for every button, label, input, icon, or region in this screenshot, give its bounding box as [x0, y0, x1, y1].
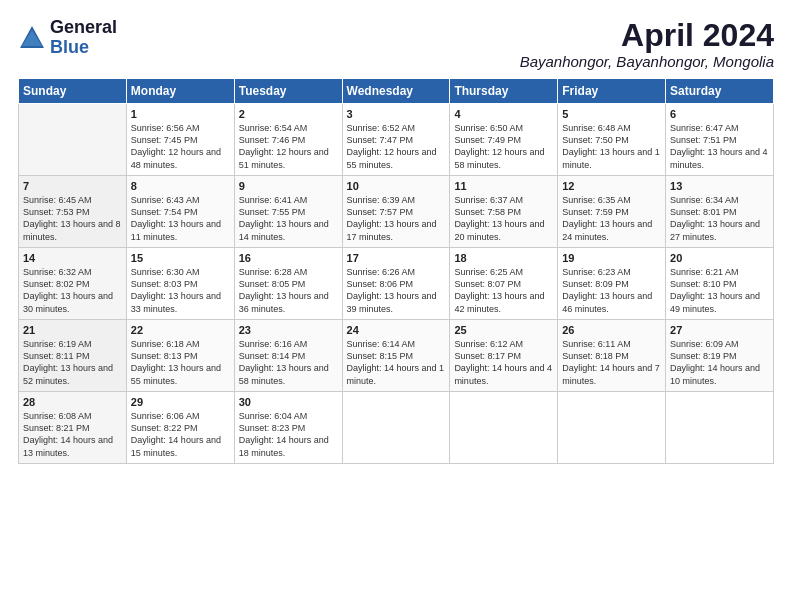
- day-number: 26: [562, 324, 661, 336]
- calendar-cell: 8Sunrise: 6:43 AM Sunset: 7:54 PM Daylig…: [126, 176, 234, 248]
- cell-content: Sunrise: 6:12 AM Sunset: 8:17 PM Dayligh…: [454, 338, 553, 387]
- cell-content: Sunrise: 6:56 AM Sunset: 7:45 PM Dayligh…: [131, 122, 230, 171]
- calendar-cell: 3Sunrise: 6:52 AM Sunset: 7:47 PM Daylig…: [342, 104, 450, 176]
- day-number: 20: [670, 252, 769, 264]
- cell-content: Sunrise: 6:52 AM Sunset: 7:47 PM Dayligh…: [347, 122, 446, 171]
- col-saturday: Saturday: [666, 79, 774, 104]
- col-tuesday: Tuesday: [234, 79, 342, 104]
- logo-icon: [18, 24, 46, 52]
- calendar-cell: 20Sunrise: 6:21 AM Sunset: 8:10 PM Dayli…: [666, 248, 774, 320]
- calendar-cell: 30Sunrise: 6:04 AM Sunset: 8:23 PM Dayli…: [234, 392, 342, 464]
- calendar-cell: 18Sunrise: 6:25 AM Sunset: 8:07 PM Dayli…: [450, 248, 558, 320]
- cell-content: Sunrise: 6:11 AM Sunset: 8:18 PM Dayligh…: [562, 338, 661, 387]
- day-number: 3: [347, 108, 446, 120]
- calendar-cell: 14Sunrise: 6:32 AM Sunset: 8:02 PM Dayli…: [19, 248, 127, 320]
- cell-content: Sunrise: 6:41 AM Sunset: 7:55 PM Dayligh…: [239, 194, 338, 243]
- calendar-cell: [19, 104, 127, 176]
- cell-content: Sunrise: 6:18 AM Sunset: 8:13 PM Dayligh…: [131, 338, 230, 387]
- day-number: 7: [23, 180, 122, 192]
- header: General Blue April 2024 Bayanhongor, Bay…: [18, 18, 774, 70]
- calendar-table: Sunday Monday Tuesday Wednesday Thursday…: [18, 78, 774, 464]
- calendar-cell: 28Sunrise: 6:08 AM Sunset: 8:21 PM Dayli…: [19, 392, 127, 464]
- day-number: 29: [131, 396, 230, 408]
- day-number: 21: [23, 324, 122, 336]
- calendar-cell: 29Sunrise: 6:06 AM Sunset: 8:22 PM Dayli…: [126, 392, 234, 464]
- day-number: 23: [239, 324, 338, 336]
- day-number: 14: [23, 252, 122, 264]
- calendar-cell: 2Sunrise: 6:54 AM Sunset: 7:46 PM Daylig…: [234, 104, 342, 176]
- week-row-3: 14Sunrise: 6:32 AM Sunset: 8:02 PM Dayli…: [19, 248, 774, 320]
- day-number: 19: [562, 252, 661, 264]
- calendar-cell: 4Sunrise: 6:50 AM Sunset: 7:49 PM Daylig…: [450, 104, 558, 176]
- day-number: 1: [131, 108, 230, 120]
- cell-content: Sunrise: 6:43 AM Sunset: 7:54 PM Dayligh…: [131, 194, 230, 243]
- cell-content: Sunrise: 6:21 AM Sunset: 8:10 PM Dayligh…: [670, 266, 769, 315]
- calendar-cell: 16Sunrise: 6:28 AM Sunset: 8:05 PM Dayli…: [234, 248, 342, 320]
- cell-content: Sunrise: 6:09 AM Sunset: 8:19 PM Dayligh…: [670, 338, 769, 387]
- calendar-cell: 21Sunrise: 6:19 AM Sunset: 8:11 PM Dayli…: [19, 320, 127, 392]
- cell-content: Sunrise: 6:26 AM Sunset: 8:06 PM Dayligh…: [347, 266, 446, 315]
- calendar-cell: [450, 392, 558, 464]
- page: General Blue April 2024 Bayanhongor, Bay…: [0, 0, 792, 612]
- col-thursday: Thursday: [450, 79, 558, 104]
- logo-general: General: [50, 18, 117, 38]
- calendar-cell: 1Sunrise: 6:56 AM Sunset: 7:45 PM Daylig…: [126, 104, 234, 176]
- logo: General Blue: [18, 18, 117, 58]
- col-wednesday: Wednesday: [342, 79, 450, 104]
- calendar-cell: 22Sunrise: 6:18 AM Sunset: 8:13 PM Dayli…: [126, 320, 234, 392]
- day-number: 13: [670, 180, 769, 192]
- cell-content: Sunrise: 6:06 AM Sunset: 8:22 PM Dayligh…: [131, 410, 230, 459]
- header-row: Sunday Monday Tuesday Wednesday Thursday…: [19, 79, 774, 104]
- cell-content: Sunrise: 6:45 AM Sunset: 7:53 PM Dayligh…: [23, 194, 122, 243]
- day-number: 28: [23, 396, 122, 408]
- calendar-cell: 7Sunrise: 6:45 AM Sunset: 7:53 PM Daylig…: [19, 176, 127, 248]
- calendar-cell: 27Sunrise: 6:09 AM Sunset: 8:19 PM Dayli…: [666, 320, 774, 392]
- day-number: 12: [562, 180, 661, 192]
- cell-content: Sunrise: 6:54 AM Sunset: 7:46 PM Dayligh…: [239, 122, 338, 171]
- day-number: 10: [347, 180, 446, 192]
- cell-content: Sunrise: 6:50 AM Sunset: 7:49 PM Dayligh…: [454, 122, 553, 171]
- week-row-5: 28Sunrise: 6:08 AM Sunset: 8:21 PM Dayli…: [19, 392, 774, 464]
- svg-marker-1: [22, 30, 42, 46]
- cell-content: Sunrise: 6:34 AM Sunset: 8:01 PM Dayligh…: [670, 194, 769, 243]
- calendar-cell: 5Sunrise: 6:48 AM Sunset: 7:50 PM Daylig…: [558, 104, 666, 176]
- calendar-cell: 24Sunrise: 6:14 AM Sunset: 8:15 PM Dayli…: [342, 320, 450, 392]
- cell-content: Sunrise: 6:16 AM Sunset: 8:14 PM Dayligh…: [239, 338, 338, 387]
- calendar-cell: 26Sunrise: 6:11 AM Sunset: 8:18 PM Dayli…: [558, 320, 666, 392]
- cell-content: Sunrise: 6:04 AM Sunset: 8:23 PM Dayligh…: [239, 410, 338, 459]
- week-row-4: 21Sunrise: 6:19 AM Sunset: 8:11 PM Dayli…: [19, 320, 774, 392]
- col-sunday: Sunday: [19, 79, 127, 104]
- cell-content: Sunrise: 6:19 AM Sunset: 8:11 PM Dayligh…: [23, 338, 122, 387]
- calendar-cell: [666, 392, 774, 464]
- calendar-cell: 6Sunrise: 6:47 AM Sunset: 7:51 PM Daylig…: [666, 104, 774, 176]
- logo-text: General Blue: [50, 18, 117, 58]
- day-number: 11: [454, 180, 553, 192]
- calendar-cell: 11Sunrise: 6:37 AM Sunset: 7:58 PM Dayli…: [450, 176, 558, 248]
- cell-content: Sunrise: 6:25 AM Sunset: 8:07 PM Dayligh…: [454, 266, 553, 315]
- cell-content: Sunrise: 6:08 AM Sunset: 8:21 PM Dayligh…: [23, 410, 122, 459]
- cell-content: Sunrise: 6:30 AM Sunset: 8:03 PM Dayligh…: [131, 266, 230, 315]
- col-monday: Monday: [126, 79, 234, 104]
- day-number: 8: [131, 180, 230, 192]
- month-title: April 2024: [520, 18, 774, 53]
- calendar-cell: 9Sunrise: 6:41 AM Sunset: 7:55 PM Daylig…: [234, 176, 342, 248]
- col-friday: Friday: [558, 79, 666, 104]
- cell-content: Sunrise: 6:28 AM Sunset: 8:05 PM Dayligh…: [239, 266, 338, 315]
- logo-blue: Blue: [50, 38, 117, 58]
- cell-content: Sunrise: 6:47 AM Sunset: 7:51 PM Dayligh…: [670, 122, 769, 171]
- day-number: 17: [347, 252, 446, 264]
- calendar-cell: 10Sunrise: 6:39 AM Sunset: 7:57 PM Dayli…: [342, 176, 450, 248]
- cell-content: Sunrise: 6:48 AM Sunset: 7:50 PM Dayligh…: [562, 122, 661, 171]
- day-number: 6: [670, 108, 769, 120]
- week-row-2: 7Sunrise: 6:45 AM Sunset: 7:53 PM Daylig…: [19, 176, 774, 248]
- day-number: 5: [562, 108, 661, 120]
- cell-content: Sunrise: 6:32 AM Sunset: 8:02 PM Dayligh…: [23, 266, 122, 315]
- day-number: 15: [131, 252, 230, 264]
- day-number: 9: [239, 180, 338, 192]
- day-number: 25: [454, 324, 553, 336]
- calendar-cell: 25Sunrise: 6:12 AM Sunset: 8:17 PM Dayli…: [450, 320, 558, 392]
- day-number: 22: [131, 324, 230, 336]
- day-number: 30: [239, 396, 338, 408]
- cell-content: Sunrise: 6:35 AM Sunset: 7:59 PM Dayligh…: [562, 194, 661, 243]
- week-row-1: 1Sunrise: 6:56 AM Sunset: 7:45 PM Daylig…: [19, 104, 774, 176]
